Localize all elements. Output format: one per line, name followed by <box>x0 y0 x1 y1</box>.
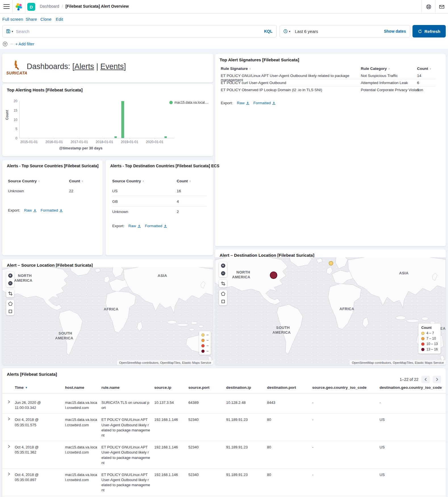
save-icon <box>6 29 11 34</box>
cell-destination-geo: US <box>380 414 446 425</box>
export-raw-link[interactable]: Raw <box>24 208 37 212</box>
map-label: SOUTH <box>59 331 72 335</box>
share-button[interactable]: Share <box>26 17 37 22</box>
time-quick-menu-button[interactable]: ▾ <box>280 29 293 34</box>
next-page-button[interactable] <box>433 376 441 383</box>
map-point[interactable] <box>329 261 333 266</box>
sort-icon: ▲▼ <box>82 180 83 182</box>
expand-row-button[interactable] <box>5 469 15 477</box>
draw-bounds-button[interactable] <box>219 298 227 305</box>
x-tick: 2020-01-01 <box>146 140 163 144</box>
cell-source-port: 52340 <box>188 414 226 425</box>
column-header-destination-port[interactable]: destination.port <box>267 385 312 390</box>
chart-bar[interactable] <box>121 101 124 138</box>
expand-row-button[interactable] <box>5 496 15 497</box>
legend-dot-icon <box>421 337 424 340</box>
table-cell: Attempted Information Leak <box>361 81 408 85</box>
zoom-out-button[interactable]: − <box>6 279 14 287</box>
kibana-dashboard-page: D Dashboard / [Filebeat Suricata] Alert … <box>0 0 448 497</box>
chart-legend-item[interactable]: mac15.data.va.local.... <box>169 101 210 105</box>
menu-icon[interactable] <box>3 4 10 9</box>
column-header-rule-name[interactable]: rule.name <box>101 385 154 390</box>
column-header-destination-geo[interactable]: destination.geo.country_iso_code <box>380 385 446 390</box>
cell-destination-ip: 91.189.91.23 <box>226 496 267 497</box>
zoom-in-button[interactable]: + <box>219 262 227 270</box>
saved-query-menu-button[interactable]: ▾ <box>3 29 16 34</box>
newsfeed-mail-icon[interactable] <box>439 4 445 10</box>
draw-bounds-button[interactable] <box>6 308 14 315</box>
zoom-out-button[interactable]: − <box>219 270 227 277</box>
full-screen-button[interactable]: Full screen <box>2 17 23 22</box>
draw-polygon-button[interactable] <box>219 290 227 298</box>
alerts-dashboard-link[interactable]: Alerts <box>74 62 94 71</box>
map-point[interactable] <box>270 272 277 279</box>
chart-bar[interactable] <box>164 136 167 138</box>
export-raw-link[interactable]: Raw <box>128 224 141 228</box>
column-header-time[interactable]: Time▼ <box>15 385 65 390</box>
show-dates-button[interactable]: Show dates <box>380 29 410 34</box>
edit-button[interactable]: Edit <box>56 17 63 22</box>
refresh-button[interactable]: Refresh <box>412 25 446 37</box>
expand-row-button[interactable] <box>5 414 15 422</box>
map-attribution[interactable]: OpenStreetMap contributors, OpenMapTiles… <box>117 360 213 365</box>
help-icon[interactable] <box>426 4 432 10</box>
clone-button[interactable]: Clone <box>40 17 51 22</box>
column-header-count[interactable]: Count▲▼ <box>69 179 83 183</box>
column-header-source-geo[interactable]: source.geo.country_iso_code <box>312 385 380 390</box>
cell-destination-port: 80 <box>267 414 312 425</box>
chart-bar[interactable] <box>114 136 117 138</box>
polygon-icon <box>221 292 225 296</box>
column-header-rule-category[interactable]: Rule Category▲▼ <box>361 66 390 71</box>
column-header-host-name[interactable]: host.name <box>65 385 101 390</box>
export-formatted-link[interactable]: Formatted <box>41 208 63 212</box>
alerts-table-panel: Alerts [Filebeat Suricata] 1–22 of 22 Ti… <box>2 368 446 497</box>
pagination: 1–22 of 22 <box>400 376 441 383</box>
export-label: Export: <box>8 208 20 212</box>
column-header-source-port[interactable]: source.port <box>188 385 226 390</box>
column-header-count[interactable]: Count▲▼ <box>417 66 431 71</box>
column-header-source-country[interactable]: Source Country▲▼ <box>8 179 40 183</box>
space-avatar[interactable]: D <box>27 3 35 11</box>
crop-extent-button[interactable] <box>219 280 227 287</box>
previous-page-button[interactable] <box>421 376 430 383</box>
legend-dot-icon <box>421 343 424 346</box>
expand-row-button[interactable] <box>5 396 15 405</box>
search-input[interactable] <box>16 29 260 34</box>
column-header-source-country[interactable]: Source Country▲▼ <box>112 179 144 183</box>
column-header-source-ip[interactable]: source.ip <box>154 385 188 390</box>
map-label: AMERICA <box>272 330 291 335</box>
zoom-in-button[interactable]: + <box>6 272 14 279</box>
draw-polygon-button[interactable] <box>6 300 14 308</box>
expand-row-button[interactable] <box>5 441 15 450</box>
cell-rule: ET POLICY GNU/Linux APT User-Agent Outbo… <box>101 441 154 468</box>
src-map-canvas[interactable]: NORTH AMERICA ASIA AFRICA SOUTH AMERICA … <box>2 267 213 365</box>
export-row: Export: Raw Formatted <box>8 208 63 212</box>
map-legend: – – – – <box>199 331 211 355</box>
breadcrumb-dashboard-link[interactable]: Dashboard <box>40 4 59 9</box>
map-attribution[interactable]: OpenStreetMap contributors, OpenMapTiles… <box>350 360 446 365</box>
add-filter-button[interactable]: + Add filter <box>15 42 34 46</box>
column-header-rule-signature[interactable]: Rule Signature▲▼ <box>221 66 251 71</box>
kql-toggle[interactable]: KQL <box>260 29 276 34</box>
column-header-count[interactable]: Count▲▼ <box>177 179 191 183</box>
elastic-logo-icon[interactable] <box>15 3 23 11</box>
top-source-countries-panel: Alerts - Top Source Countries [Filebeat … <box>2 160 103 255</box>
events-dashboard-link[interactable]: Events <box>100 62 124 71</box>
export-formatted-link[interactable]: Formatted <box>253 101 276 105</box>
table-cell: 22 <box>69 189 73 193</box>
cell-host: mac15.data.va.local.crowbird.com <box>65 441 101 458</box>
filter-icon[interactable] <box>2 41 8 47</box>
table-cell: 2 <box>177 210 179 214</box>
cell-rule: SURICATA TLS on unusual port <box>101 396 154 413</box>
export-formatted-link[interactable]: Formatted <box>145 224 167 228</box>
square-icon <box>221 300 225 303</box>
crop-extent-button[interactable] <box>6 290 14 297</box>
time-range-value[interactable]: Last 6 years <box>293 29 380 34</box>
dst-map-canvas[interactable]: NORTH AMERICA ASIA AFRICA SOUTH AMERICA … <box>215 257 446 365</box>
sort-icon: ▲▼ <box>189 180 191 182</box>
legend-dot-icon <box>421 348 424 351</box>
cell-destination-geo: - <box>380 396 446 408</box>
column-header-destination-ip[interactable]: destination.ip <box>226 385 267 390</box>
cell-host: mac15.data.va.local.crowbird.com <box>65 496 101 497</box>
export-raw-link[interactable]: Raw <box>237 101 249 105</box>
